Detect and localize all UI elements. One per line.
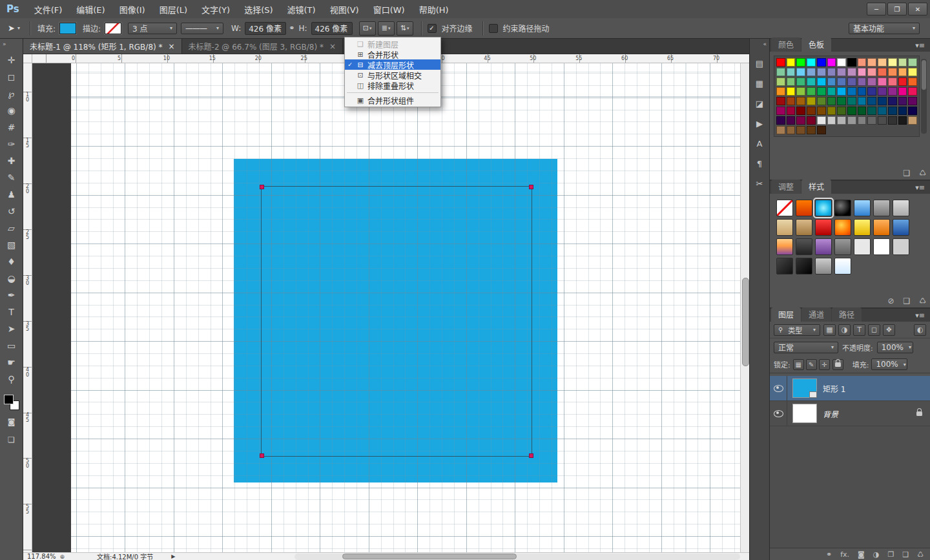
color-swatch[interactable] — [776, 116, 785, 125]
color-swatch[interactable] — [878, 107, 887, 115]
color-swatch[interactable] — [787, 116, 796, 125]
color-swatch[interactable] — [827, 78, 836, 86]
tab-swatches[interactable]: 色板 — [801, 37, 831, 52]
zoom-level-field[interactable]: 117.84% — [27, 553, 56, 560]
color-swatch[interactable] — [858, 107, 867, 115]
menu-item[interactable]: ❑ 新建图层 — [345, 39, 440, 49]
panel-menu-icon[interactable]: ▾≡ — [910, 41, 930, 52]
stroke-style-select[interactable]: ——— ▾ — [181, 23, 223, 34]
color-swatch[interactable] — [888, 68, 897, 76]
color-swatch[interactable] — [888, 97, 897, 105]
tool-preset-button[interactable]: ➤ ▾ — [4, 22, 24, 34]
minimize-button[interactable]: ─ — [867, 3, 886, 16]
swatches-scrollbar-thumb[interactable] — [922, 60, 926, 90]
color-swatch[interactable] — [908, 58, 917, 67]
path-operations-button[interactable]: ⊡▾ — [359, 21, 376, 36]
new-adjustment-layer-icon[interactable]: ◑ — [873, 551, 880, 558]
filter-type-layers-icon[interactable]: T — [853, 324, 865, 336]
color-swatch[interactable] — [796, 116, 805, 125]
menu-item[interactable]: ▣ 合并形状组件 — [345, 95, 440, 105]
panel-properties-icon[interactable]: ◪ — [751, 96, 768, 110]
color-swatch[interactable] — [847, 58, 856, 67]
menubar-item[interactable]: 图像(I) — [112, 0, 152, 18]
color-swatch[interactable] — [888, 58, 897, 67]
document-tab[interactable]: 未标题-2 @ 66.7% (图层 3, RGB/8) * × — [182, 39, 343, 54]
color-swatch[interactable] — [776, 126, 785, 134]
layer-filter-select[interactable]: ⚲ 类型 ▾ — [774, 324, 820, 336]
menubar-item[interactable]: 选择(S) — [237, 0, 280, 18]
color-swatch[interactable] — [837, 78, 846, 86]
lock-pixels-icon[interactable]: ✎ — [806, 359, 817, 370]
color-swatch[interactable] — [807, 97, 816, 105]
rectangle-tool[interactable]: ▭ — [2, 337, 21, 354]
color-swatch[interactable] — [847, 97, 856, 105]
color-swatch[interactable] — [908, 116, 917, 125]
new-style-icon[interactable]: ❑ — [903, 296, 910, 306]
foreground-color-chip[interactable] — [4, 395, 14, 404]
clone-stamp-tool[interactable]: ♟ — [2, 186, 21, 203]
color-swatch[interactable] — [898, 78, 907, 86]
color-swatch[interactable] — [858, 78, 867, 86]
shape-height-input[interactable]: 426 像素 — [311, 22, 353, 35]
color-swatch[interactable] — [858, 97, 867, 105]
color-swatch[interactable] — [796, 68, 805, 76]
hand-tool[interactable]: ☛ — [2, 354, 21, 371]
style-thumbnail[interactable] — [893, 238, 909, 255]
style-thumbnail[interactable] — [776, 219, 793, 236]
history-brush-tool[interactable]: ↺ — [2, 203, 21, 220]
path-arrangement-button[interactable]: ⇅▾ — [397, 21, 413, 36]
color-swatch[interactable] — [827, 97, 836, 105]
eye-visibility-icon[interactable] — [770, 401, 787, 426]
gradient-tool[interactable]: ▧ — [2, 236, 21, 253]
panel-menu-icon[interactable]: ▾≡ — [910, 311, 930, 322]
tab-color[interactable]: 颜色 — [771, 37, 801, 52]
type-tool[interactable]: T — [2, 304, 21, 320]
color-swatch[interactable] — [776, 107, 785, 115]
style-thumbnail[interactable] — [834, 238, 851, 255]
menu-item[interactable]: ✓ ⊟ 减去顶层形状 — [345, 59, 440, 70]
eye-visibility-icon[interactable] — [770, 376, 787, 400]
swatches-scrollbar[interactable] — [921, 59, 927, 134]
quick-mask-button[interactable]: ◙ — [2, 415, 21, 429]
layer-filter-toggle-icon[interactable]: ◐ — [914, 324, 926, 336]
menu-item[interactable]: ⊞ 合并形状 — [345, 49, 440, 59]
style-thumbnail[interactable] — [776, 238, 793, 255]
color-swatch[interactable] — [827, 116, 836, 125]
style-thumbnail[interactable] — [776, 258, 793, 275]
add-layer-mask-icon[interactable]: ◙ — [858, 551, 865, 558]
style-thumbnail[interactable] — [815, 238, 832, 255]
color-swatch[interactable] — [878, 116, 887, 125]
color-swatch[interactable] — [867, 87, 876, 96]
color-swatch[interactable] — [787, 58, 796, 67]
style-thumbnail[interactable] — [873, 238, 890, 255]
color-swatch[interactable] — [787, 87, 796, 96]
rectangle-shape[interactable] — [234, 159, 557, 482]
color-swatch[interactable] — [908, 68, 917, 76]
color-swatch[interactable] — [787, 68, 796, 76]
dodge-tool[interactable]: ◒ — [2, 270, 21, 287]
color-swatch[interactable] — [787, 126, 796, 134]
eraser-tool[interactable]: ▱ — [2, 220, 21, 236]
crop-tool[interactable]: # — [2, 119, 21, 136]
color-swatch[interactable] — [837, 107, 846, 115]
filter-smart-objects-icon[interactable]: ❖ — [883, 324, 895, 336]
color-swatch[interactable] — [776, 78, 785, 86]
color-swatch[interactable] — [796, 87, 805, 96]
tab-layers[interactable]: 图层 — [771, 307, 801, 322]
color-swatch[interactable] — [817, 126, 826, 134]
panel-menu-icon[interactable]: ▾≡ — [910, 183, 930, 194]
color-swatch[interactable] — [787, 107, 796, 115]
color-swatch[interactable] — [817, 107, 826, 115]
tab-paths[interactable]: 路径 — [832, 307, 862, 322]
constrain-path-drag-checkbox[interactable]: 约束路径拖动 — [489, 23, 553, 34]
color-swatch[interactable] — [898, 107, 907, 115]
color-swatch[interactable] — [898, 116, 907, 125]
blur-tool[interactable]: ♦ — [2, 253, 21, 270]
fill-color-swatch[interactable] — [59, 23, 76, 34]
style-thumbnail[interactable] — [873, 200, 890, 216]
color-swatch[interactable] — [858, 87, 867, 96]
filter-adjustment-layers-icon[interactable]: ◑ — [838, 324, 851, 336]
color-swatch[interactable] — [847, 116, 856, 125]
color-swatch[interactable] — [817, 58, 826, 67]
menubar-item[interactable]: 滤镜(T) — [280, 0, 323, 18]
